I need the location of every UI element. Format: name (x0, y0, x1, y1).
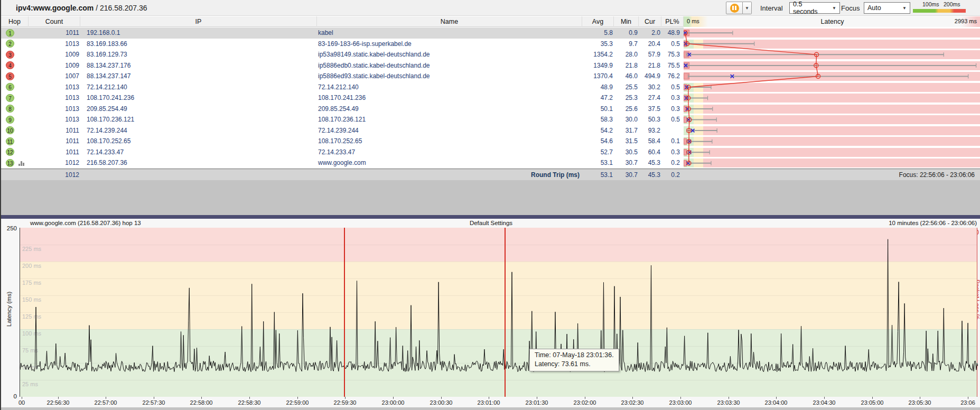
hop-name: ip53a98149.static.kabel-deutschland.de (318, 51, 580, 58)
hop-avg: 50.1 (582, 105, 613, 113)
pause-button[interactable] (726, 2, 743, 14)
hop-row-12[interactable]: 12101172.14.233.4772.14.233.4752.730.560… (1, 147, 980, 158)
hop-cur: 494.9 (639, 72, 660, 80)
hop-latency-graph (684, 92, 980, 104)
toolbar: ipv4:www.google.com / 216.58.207.36 ▼ In… (1, 0, 980, 16)
hop-cur: 57.9 (639, 51, 660, 58)
summary-cur: 45.3 (639, 171, 660, 179)
hop-pl: 0.3 (661, 148, 680, 156)
x-axis-tick-label: 23:04:00 (765, 399, 788, 406)
col-header-count[interactable]: Count (29, 16, 80, 27)
hop-min: 28.0 (614, 51, 638, 58)
hop-count: 1011 (29, 127, 79, 134)
hop-name: 108.170.241.236 (318, 94, 580, 101)
hop-row-1[interactable]: 11011192.168.0.1kabel5.80.92.048.9 (1, 27, 980, 39)
hop-row-4[interactable]: 4100988.134.237.176ip5886edb0.static.kab… (1, 60, 980, 71)
hop-avg: 48.9 (582, 83, 613, 91)
col-header-hop[interactable]: Hop (1, 16, 29, 27)
hop-avg: 35.3 (582, 40, 613, 48)
x-axis-tick-label: 23:00:00 (382, 399, 405, 406)
hop-status-badge: 1 (6, 29, 14, 37)
hop-pl: 0.5 (661, 40, 680, 48)
summary-pl: 0.2 (661, 171, 680, 179)
graph-icon (18, 161, 25, 166)
hop-pl: 0.5 (661, 116, 680, 123)
hop-row-6[interactable]: 6101372.14.212.14072.14.212.14048.925.53… (1, 82, 980, 93)
chevron-down-icon: ▼ (832, 6, 836, 11)
hop-avg: 1370.4 (582, 72, 613, 80)
hop-ip: 209.85.254.49 (87, 105, 314, 113)
hop-min: 9.7 (614, 40, 638, 48)
col-header-name[interactable]: Name (317, 16, 582, 27)
y-axis-min: 0 (4, 393, 17, 399)
trace-table-header: Hop Count IP Name Avg Min Cur PL% 0 ms L… (1, 16, 980, 27)
hop-count: 1013 (29, 94, 79, 101)
hop-row-7[interactable]: 71013108.170.241.236108.170.241.23647.22… (1, 92, 980, 104)
latency-series (20, 228, 978, 397)
hop-cur: 37.5 (639, 105, 660, 113)
timeline-settings-label: Default Settings (1, 220, 980, 226)
target-ip: 216.58.207.36 (100, 4, 147, 12)
hop-row-5[interactable]: 5100788.134.237.147ip5886ed93.static.kab… (1, 71, 980, 82)
y-axis-title: Latency (ms) (6, 280, 12, 338)
hop-cur: 27.4 (639, 94, 660, 101)
latency-timeline-plot[interactable]: 225 ms200 ms175 ms150 ms125 ms100 ms75 m… (20, 228, 977, 397)
target-title: ipv4:www.google.com / 216.58.207.36 (16, 4, 147, 12)
interval-select[interactable]: 0.5 seconds ▼ (789, 2, 840, 14)
col-header-min[interactable]: Min (614, 16, 639, 27)
hop-avg: 1349.9 (582, 62, 613, 69)
hop-status-badge: 5 (6, 72, 14, 80)
hop-count: 1013 (29, 116, 79, 123)
hop-latency-graph (684, 104, 980, 115)
hop-ip: 83.169.129.73 (87, 51, 314, 58)
hop-count: 1007 (29, 72, 79, 80)
hop-min: 25.5 (614, 83, 638, 91)
x-axis-tick-label: 23:04:30 (813, 399, 836, 406)
hop-latency-graph (684, 27, 980, 39)
hop-min: 30.7 (614, 159, 638, 166)
hop-name: 108.170.236.121 (318, 116, 580, 123)
hop-pl: 0.3 (661, 105, 680, 113)
hop-name: ip5886ed93.static.kabel-deutschland.de (318, 72, 580, 80)
hop-name: 209.85.254.49 (318, 105, 580, 113)
x-axis-tick-label: 22:59:30 (334, 399, 357, 406)
focus-select[interactable]: Auto ▼ (864, 2, 910, 14)
hop-row-13[interactable]: 131012216.58.207.36www.google.com53.130.… (1, 157, 980, 169)
tooltip-latency: Latency: 73.61 ms. (535, 360, 614, 369)
hop-row-11[interactable]: 111011108.170.252.65108.170.252.6554.631… (1, 136, 980, 147)
hop-row-8[interactable]: 81013209.85.254.49209.85.254.4950.125.63… (1, 104, 980, 115)
col-header-latency[interactable]: 0 ms Latency 2993 ms (684, 16, 980, 27)
hop-row-2[interactable]: 2101383.169.183.6683-169-183-66-isp.supe… (1, 39, 980, 50)
pane-splitter[interactable] (1, 215, 980, 219)
event-marker-line (505, 228, 506, 397)
hop-pl: 0.2 (661, 159, 680, 166)
pause-dropdown-button[interactable]: ▼ (743, 2, 752, 14)
hop-avg: 1354.2 (582, 51, 613, 58)
hop-latency-graph (684, 125, 980, 136)
col-header-ip[interactable]: IP (80, 16, 317, 27)
hop-latency-graph (684, 147, 980, 158)
hop-pl: 0.5 (661, 83, 680, 91)
col-header-avg[interactable]: Avg (582, 16, 614, 27)
tooltip-time: Time: 07-May-18 23:01:36. (535, 351, 614, 360)
hop-name: 108.170.252.65 (318, 137, 580, 145)
hop-min: 0.9 (614, 29, 638, 36)
latency-scale-max: 2993 ms (955, 18, 977, 24)
hop-ip: 72.14.233.47 (87, 148, 314, 156)
hop-latency-graph (684, 114, 980, 125)
col-header-cur[interactable]: Cur (639, 16, 661, 27)
hop-latency-graph (684, 71, 980, 82)
hop-status-badge: 11 (6, 137, 14, 145)
hop-ip: 72.14.212.140 (87, 83, 314, 91)
hop-min: 30.5 (614, 148, 638, 156)
hop-row-10[interactable]: 10101172.14.239.24472.14.239.24454.231.7… (1, 125, 980, 136)
trace-table-body: 11011192.168.0.1kabel5.80.92.048.9210138… (1, 27, 980, 169)
hop-row-3[interactable]: 3100983.169.129.73ip53a98149.static.kabe… (1, 49, 980, 60)
y-axis-max: 250 (1, 225, 17, 231)
col-header-pl[interactable]: PL% (661, 16, 684, 27)
hop-pl: 0.3 (661, 94, 680, 101)
hop-status-badge: 7 (6, 94, 14, 102)
hop-row-9[interactable]: 91013108.170.236.121108.170.236.12158.33… (1, 114, 980, 125)
x-axis-tick-label: 23:00:30 (430, 399, 453, 406)
event-marker-line (344, 228, 345, 397)
